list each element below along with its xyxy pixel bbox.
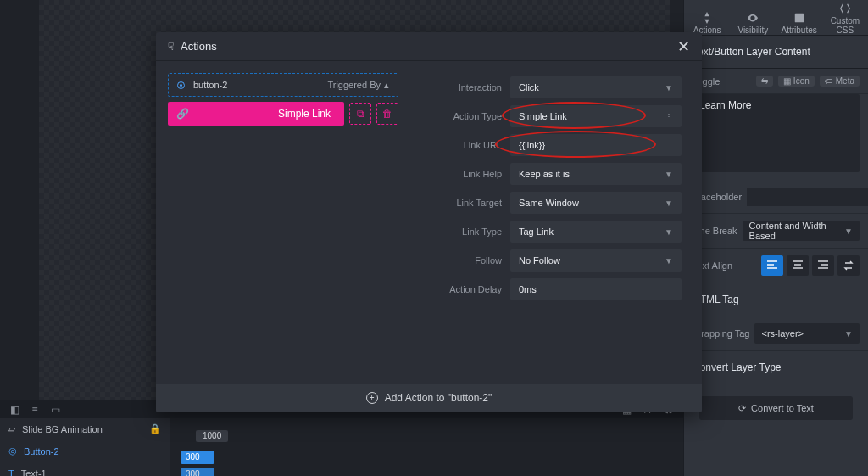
- link-help-select[interactable]: Keep as it is ▼: [510, 163, 682, 185]
- interaction-label: Interaction: [410, 82, 510, 92]
- tab-attributes[interactable]: Attributes: [776, 12, 822, 35]
- chevron-down-icon: ▼: [665, 199, 673, 208]
- link-url-label: Link URL: [410, 140, 510, 150]
- target-icon: ◎: [8, 445, 17, 456]
- plus-icon: +: [366, 392, 378, 404]
- layer-label: Slide BG Animation: [22, 424, 103, 434]
- wrapping-tag-value: <rs-layer>: [761, 328, 804, 339]
- action-delay-field[interactable]: [519, 284, 673, 294]
- folder-icon[interactable]: ▭: [49, 404, 61, 416]
- chevron-down-icon: ▼: [665, 83, 673, 92]
- align-right-button[interactable]: [812, 255, 834, 276]
- svg-rect-0: [794, 14, 804, 23]
- layer-label: Text-1: [21, 468, 47, 476]
- link-url-field[interactable]: [519, 140, 673, 150]
- trigger-row[interactable]: button-2 Triggered By ▴: [168, 73, 398, 97]
- pointer-icon: ☟: [168, 41, 174, 53]
- chevron-down-icon: ▼: [844, 329, 853, 339]
- action-type-select[interactable]: Simple Link ⋮: [510, 105, 682, 127]
- section-convert: Convert Layer Type: [684, 351, 868, 384]
- lock-icon[interactable]: 🔒: [149, 423, 161, 434]
- follow-label: Follow: [410, 255, 510, 266]
- link-target-value: Same Window: [519, 198, 579, 208]
- interaction-select[interactable]: Click ▼: [510, 76, 682, 98]
- icon-pill[interactable]: ▦Icon: [778, 76, 815, 87]
- convert-label: Convert to Text: [751, 403, 814, 413]
- line-break-row: Line Break Content and Width Based ▼: [684, 214, 868, 249]
- timeline-tick: 1000: [196, 430, 228, 442]
- link-target-label: Link Target: [410, 198, 510, 208]
- action-item-simple-link[interactable]: 🔗 Simple Link: [168, 102, 344, 126]
- tab-visibility[interactable]: Visibility: [730, 12, 776, 35]
- right-panel: Actions Visibility Attributes Custom CSS…: [683, 0, 868, 476]
- tab-label: Visibility: [737, 25, 768, 35]
- layers-icon[interactable]: ◧: [8, 404, 20, 416]
- action-item-label: Simple Link: [278, 108, 331, 120]
- swap-icon-pill[interactable]: ⇆: [756, 76, 773, 87]
- interaction-value: Click: [519, 82, 539, 92]
- right-panel-tabs: Actions Visibility Attributes Custom CSS: [684, 0, 868, 36]
- timeline[interactable]: EDITOR ✕ 1000 300 300: [170, 418, 683, 476]
- layer-slide-bg[interactable]: ▱ Slide BG Animation 🔒: [0, 418, 170, 440]
- line-break-select[interactable]: Content and Width Based ▼: [743, 221, 860, 241]
- modal-header: ☟ Actions ✕: [156, 32, 702, 61]
- modal-right: Interaction Click ▼ Action Type Simple L…: [410, 61, 702, 384]
- text-align-row: Text Align: [684, 249, 868, 283]
- wrapping-tag-row: Wrapping Tag <rs-layer> ▼: [684, 316, 868, 351]
- more-icon: ⋮: [665, 112, 673, 121]
- layers-panel: ▱ Slide BG Animation 🔒 ◎ Button-2 T Text…: [0, 418, 170, 476]
- link-type-label: Link Type: [410, 227, 510, 237]
- link-target-select[interactable]: Same Window ▼: [510, 192, 682, 214]
- align-center-button[interactable]: [787, 255, 809, 276]
- action-type-value: Simple Link: [519, 111, 567, 121]
- duplicate-action-button[interactable]: ⧉: [349, 103, 371, 125]
- align-left-button[interactable]: [761, 255, 783, 276]
- chevron-up-icon: ▴: [384, 80, 389, 91]
- actions-modal: ☟ Actions ✕ button-2 Triggered By ▴ 🔗 Si…: [156, 32, 702, 412]
- list-icon[interactable]: ≡: [29, 404, 41, 416]
- modal-left: button-2 Triggered By ▴ 🔗 Simple Link ⧉ …: [156, 61, 410, 384]
- link-icon: 🔗: [176, 108, 189, 120]
- film-icon: ▱: [8, 423, 15, 434]
- link-help-value: Keep as it is: [519, 169, 570, 179]
- text-icon: T: [8, 468, 14, 476]
- radio-icon: [177, 81, 185, 89]
- align-swap-button[interactable]: [837, 255, 860, 276]
- trigger-name: button-2: [193, 80, 227, 90]
- close-icon[interactable]: ✕: [677, 37, 690, 56]
- timeline-bar-text1[interactable]: 300: [181, 468, 214, 476]
- chevron-down-icon: ▼: [844, 227, 853, 236]
- wrapping-tag-select[interactable]: <rs-layer> ▼: [754, 323, 860, 344]
- refresh-icon: ⟳: [738, 403, 746, 414]
- chevron-down-icon: ▼: [665, 256, 673, 266]
- tab-label: Attributes: [782, 25, 817, 35]
- placeholder-input[interactable]: [747, 188, 868, 206]
- section-html-tag: HTML Tag: [684, 283, 868, 316]
- follow-value: No Follow: [519, 255, 560, 266]
- placeholder-row: Placeholder: [684, 181, 868, 214]
- modal-title: Actions: [181, 40, 217, 53]
- layer-text-1[interactable]: T Text-1: [0, 462, 170, 476]
- chevron-down-icon: ▼: [665, 170, 673, 179]
- add-action-button[interactable]: + Add Action to "button-2": [156, 384, 702, 412]
- link-help-label: Link Help: [410, 169, 510, 179]
- layer-label: Button-2: [24, 446, 59, 456]
- add-action-label: Add Action to "button-2": [385, 392, 492, 404]
- timeline-bar-button2[interactable]: 300: [181, 451, 214, 464]
- follow-select[interactable]: No Follow ▼: [510, 249, 682, 272]
- action-delay-input[interactable]: [510, 278, 682, 300]
- toggle-row: Toggle ⇆ ▦Icon 🏷Meta: [684, 69, 868, 94]
- layer-button-2[interactable]: ◎ Button-2: [0, 440, 170, 462]
- delete-action-button[interactable]: 🗑: [376, 103, 398, 125]
- chevron-down-icon: ▼: [665, 227, 673, 237]
- convert-to-text-button[interactable]: ⟳ Convert to Text: [699, 396, 853, 420]
- meta-pill[interactable]: 🏷Meta: [820, 76, 860, 87]
- link-type-value: Tag Link: [519, 227, 554, 237]
- link-type-select[interactable]: Tag Link ▼: [510, 221, 682, 243]
- triggered-by-label: Triggered By: [327, 80, 381, 90]
- tab-actions[interactable]: Actions: [684, 12, 730, 35]
- action-delay-label: Action Delay: [410, 284, 510, 294]
- link-url-input[interactable]: [510, 134, 682, 156]
- layer-content-text[interactable]: Learn More: [693, 94, 860, 172]
- tab-custom-css[interactable]: Custom CSS: [822, 3, 868, 35]
